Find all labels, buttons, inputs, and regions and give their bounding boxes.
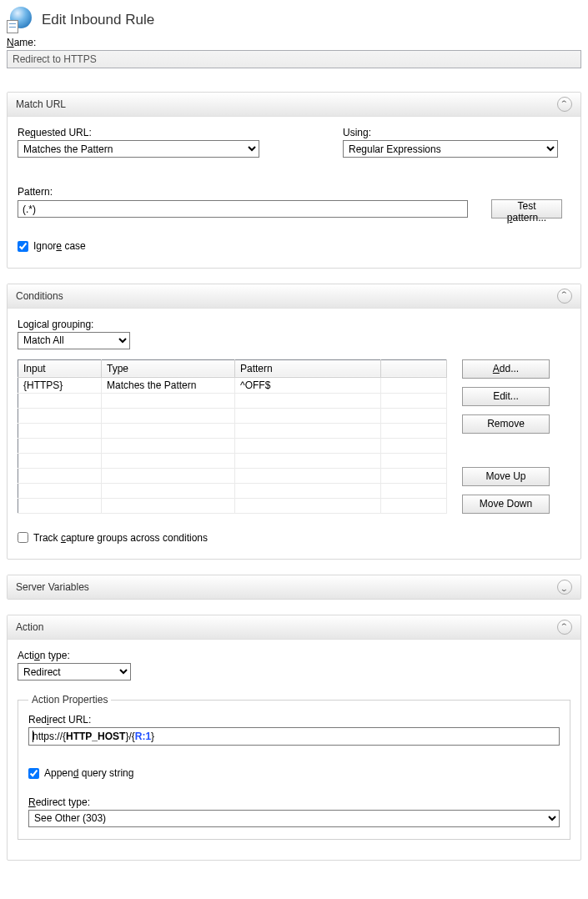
collapse-button-match-url[interactable]: ⌃ bbox=[557, 97, 572, 112]
table-row[interactable] bbox=[18, 408, 447, 423]
test-pattern-button[interactable]: Test pattern... bbox=[491, 199, 562, 218]
table-row[interactable] bbox=[18, 468, 447, 483]
redirect-url-input[interactable]: https://{HTTP_HOST}/{R:1} bbox=[28, 727, 560, 746]
chevron-up-icon: ⌃ bbox=[560, 100, 569, 108]
requested-url-select[interactable]: Matches the Pattern bbox=[18, 140, 259, 158]
action-type-select[interactable]: Redirect bbox=[18, 663, 131, 681]
pattern-input[interactable] bbox=[18, 200, 468, 218]
using-select[interactable]: Regular Expressions bbox=[343, 140, 558, 158]
col-type[interactable]: Type bbox=[102, 359, 235, 377]
col-input[interactable]: Input bbox=[18, 359, 102, 377]
name-input[interactable] bbox=[7, 50, 581, 68]
table-row[interactable]: {HTTPS} Matches the Pattern ^OFF$ bbox=[18, 377, 447, 393]
table-row[interactable] bbox=[18, 438, 447, 453]
track-capture-row[interactable]: Track capture groups across conditions bbox=[18, 532, 208, 544]
section-title-conditions: Conditions bbox=[16, 290, 63, 302]
section-header-conditions[interactable]: Conditions ⌃ bbox=[8, 284, 580, 309]
table-row[interactable] bbox=[18, 498, 447, 513]
conditions-table[interactable]: Input Type Pattern {HTTPS} Matches the P… bbox=[18, 359, 447, 514]
table-row[interactable] bbox=[18, 393, 447, 408]
logical-grouping-select[interactable]: Match All bbox=[18, 332, 130, 349]
action-properties-legend: Action Properties bbox=[28, 694, 111, 706]
action-properties-group: Action Properties Redirect URL: https://… bbox=[18, 694, 570, 840]
section-header-action[interactable]: Action ⌃ bbox=[8, 615, 580, 640]
cell-type: Matches the Pattern bbox=[102, 377, 235, 393]
ignore-case-checkbox[interactable] bbox=[18, 241, 28, 252]
col-pattern[interactable]: Pattern bbox=[235, 359, 381, 377]
globe-page-icon bbox=[7, 7, 33, 33]
section-conditions: Conditions ⌃ Logical grouping: Match All… bbox=[7, 284, 581, 560]
track-capture-checkbox[interactable] bbox=[18, 532, 28, 543]
action-type-label: Action type: bbox=[18, 650, 570, 661]
add-button[interactable]: Add... bbox=[462, 359, 550, 379]
chevron-up-icon: ⌃ bbox=[560, 291, 569, 299]
logical-grouping-label: Logical grouping: bbox=[18, 319, 570, 330]
requested-url-label: Requested URL: bbox=[18, 127, 259, 138]
table-header-row: Input Type Pattern bbox=[18, 359, 447, 377]
collapse-button-action[interactable]: ⌃ bbox=[557, 620, 572, 635]
append-query-checkbox[interactable] bbox=[28, 768, 39, 779]
col-blank[interactable] bbox=[381, 359, 447, 377]
page-title: Edit Inbound Rule bbox=[42, 12, 154, 28]
cell-input: {HTTPS} bbox=[18, 377, 102, 393]
collapse-button-conditions[interactable]: ⌃ bbox=[557, 289, 572, 304]
track-capture-label: Track capture groups across conditions bbox=[33, 532, 208, 544]
table-row[interactable] bbox=[18, 423, 447, 438]
section-match-url: Match URL ⌃ Requested URL: Matches the P… bbox=[7, 92, 581, 269]
table-row[interactable] bbox=[18, 453, 447, 468]
chevron-up-icon: ⌃ bbox=[560, 623, 569, 630]
append-query-label: Append query string bbox=[44, 767, 133, 779]
ignore-case-label: Ignore case bbox=[33, 240, 86, 252]
section-header-match-url[interactable]: Match URL ⌃ bbox=[8, 93, 580, 117]
cell-pattern: ^OFF$ bbox=[235, 377, 381, 393]
section-title-match-url: Match URL bbox=[16, 98, 66, 110]
ignore-case-row[interactable]: Ignore case bbox=[18, 240, 86, 252]
remove-button[interactable]: Remove bbox=[462, 414, 550, 434]
move-down-button[interactable]: Move Down bbox=[462, 495, 550, 514]
chevron-down-icon: ⌄ bbox=[560, 585, 569, 593]
section-title-action: Action bbox=[16, 621, 43, 633]
redirect-type-select[interactable]: See Other (303) bbox=[28, 810, 560, 827]
section-header-server-variables[interactable]: Server Variables ⌄ bbox=[8, 575, 580, 599]
append-query-row[interactable]: Append query string bbox=[28, 767, 133, 779]
redirect-url-label: Redirect URL: bbox=[28, 714, 560, 726]
collapse-button-server-variables[interactable]: ⌄ bbox=[557, 580, 572, 595]
table-row[interactable] bbox=[18, 483, 447, 498]
page-header: Edit Inbound Rule bbox=[7, 7, 581, 33]
section-action: Action ⌃ Action type: Redirect Action Pr… bbox=[7, 615, 581, 861]
section-server-variables: Server Variables ⌄ bbox=[7, 575, 581, 600]
conditions-buttons: Add... Edit... Remove Move Up Move Down bbox=[462, 359, 550, 514]
conditions-table-wrap: Input Type Pattern {HTTPS} Matches the P… bbox=[18, 359, 447, 514]
using-label: Using: bbox=[343, 127, 558, 138]
edit-button[interactable]: Edit... bbox=[462, 387, 550, 406]
redirect-type-label: Redirect type: bbox=[28, 796, 560, 808]
pattern-label: Pattern: bbox=[18, 186, 570, 198]
move-up-button[interactable]: Move Up bbox=[462, 467, 550, 486]
section-title-server-variables: Server Variables bbox=[16, 581, 89, 593]
name-label: Name: bbox=[7, 37, 581, 48]
